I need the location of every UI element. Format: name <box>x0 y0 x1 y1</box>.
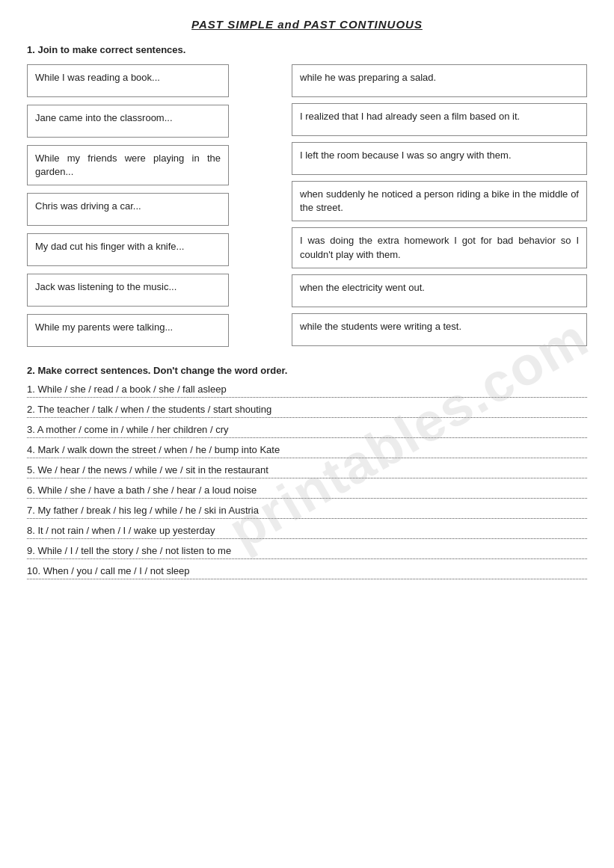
section2-heading: 2. Make correct sentences. Don't change … <box>27 365 587 376</box>
left-card-7: While my parents were talking... <box>27 314 229 347</box>
answer-line-9 <box>27 558 587 559</box>
exercise-prompt-3: 3. A mother / come in / while / her chil… <box>27 424 587 435</box>
left-card-6: Jack was listening to the music... <box>27 274 229 307</box>
exercises-container: 1. While / she / read / a book / she / f… <box>27 384 587 579</box>
exercise-item-10: 10. When / you / call me / I / not sleep <box>27 565 587 579</box>
exercise-item-1: 1. While / she / read / a book / she / f… <box>27 384 587 398</box>
answer-line-4 <box>27 458 587 458</box>
exercise-item-9: 9. While / I / tell the story / she / no… <box>27 545 587 559</box>
exercise-item-3: 3. A mother / come in / while / her chil… <box>27 424 587 438</box>
exercise-prompt-4: 4. Mark / walk down the street / when / … <box>27 444 587 455</box>
right-column: while he was preparing a salad.I realize… <box>292 64 587 347</box>
answer-line-7 <box>27 518 587 519</box>
exercise-item-4: 4. Mark / walk down the street / when / … <box>27 444 587 458</box>
left-card-1: While I was reading a book... <box>27 64 229 97</box>
right-card-7: while the students were writing a test. <box>292 313 587 346</box>
answer-line-6 <box>27 498 587 499</box>
exercise-prompt-10: 10. When / you / call me / I / not sleep <box>27 565 587 576</box>
section2: 2. Make correct sentences. Don't change … <box>27 365 587 579</box>
answer-line-1 <box>27 397 587 398</box>
left-card-2: Jane came into the classroom... <box>27 105 229 138</box>
left-column: While I was reading a book...Jane came i… <box>27 64 229 347</box>
right-card-3: I left the room because I was so angry w… <box>292 142 587 175</box>
section1-heading: 1. Join to make correct sentences. <box>27 44 587 55</box>
answer-line-10 <box>27 579 587 579</box>
exercise-item-5: 5. We / hear / the news / while / we / s… <box>27 464 587 478</box>
exercise-prompt-1: 1. While / she / read / a book / she / f… <box>27 384 587 395</box>
exercise-item-2: 2. The teacher / talk / when / the stude… <box>27 404 587 418</box>
right-card-6: when the electricity went out. <box>292 274 587 307</box>
left-card-5: My dad cut his finger with a knife... <box>27 233 229 266</box>
exercise-item-8: 8. It / not rain / when / I / wake up ye… <box>27 525 587 539</box>
exercise-prompt-2: 2. The teacher / talk / when / the stude… <box>27 404 587 415</box>
right-card-5: I was doing the extra homework I got for… <box>292 227 587 268</box>
exercise-prompt-5: 5. We / hear / the news / while / we / s… <box>27 464 587 475</box>
right-card-4: when suddenly he noticed a person riding… <box>292 181 587 221</box>
page-title: PAST SIMPLE and PAST CONTINUOUS <box>27 18 587 31</box>
section1-layout: While I was reading a book...Jane came i… <box>27 64 587 347</box>
answer-line-5 <box>27 478 587 478</box>
exercise-item-6: 6. While / she / have a bath / she / hea… <box>27 484 587 499</box>
left-card-3: While my friends were playing in the gar… <box>27 145 229 185</box>
exercise-prompt-6: 6. While / she / have a bath / she / hea… <box>27 484 587 496</box>
exercise-item-7: 7. My father / break / his leg / while /… <box>27 505 587 519</box>
left-card-4: Chris was driving a car... <box>27 193 229 226</box>
right-card-1: while he was preparing a salad. <box>292 64 587 97</box>
exercise-prompt-9: 9. While / I / tell the story / she / no… <box>27 545 587 556</box>
exercise-prompt-7: 7. My father / break / his leg / while /… <box>27 505 587 516</box>
right-card-2: I realized that I had already seen a fil… <box>292 103 587 136</box>
exercise-prompt-8: 8. It / not rain / when / I / wake up ye… <box>27 525 587 536</box>
answer-line-2 <box>27 417 587 418</box>
answer-line-8 <box>27 538 587 539</box>
answer-line-3 <box>27 437 587 438</box>
